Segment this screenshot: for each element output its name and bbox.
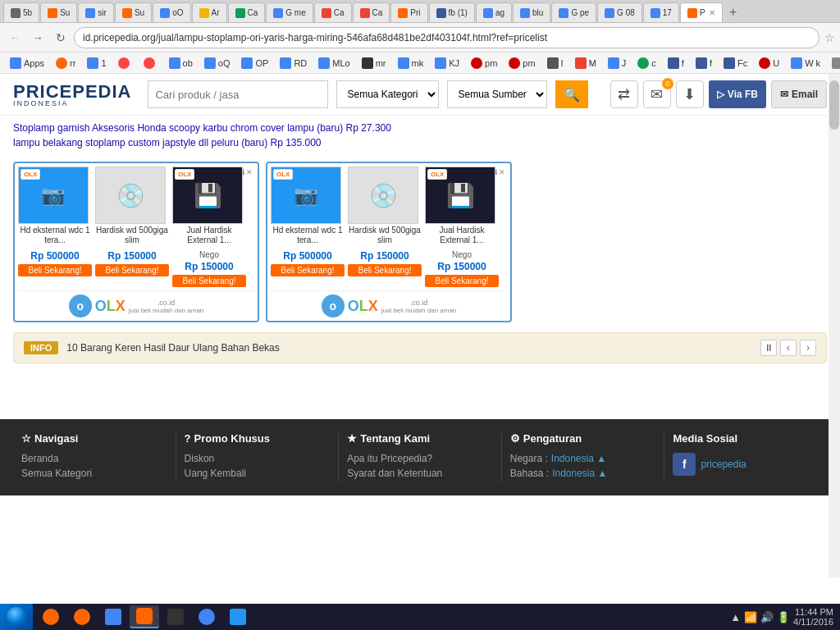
bookmark-op[interactable]: OP [236,56,273,71]
email-button[interactable]: ✉ Email [771,80,827,108]
facebook-page-name[interactable]: pricepedia [701,459,746,470]
source-select[interactable]: Semua Sumber [447,80,547,108]
ad-footer-2: o OLX .co.id jual beli mudah dan aman [271,290,507,317]
bookmark-rr[interactable]: rr [51,56,80,71]
footer-link-apa-itu[interactable]: Apa itu Pricepedia? [347,453,493,464]
bookmark-f2[interactable]: f [691,56,717,71]
buy-btn-2-2[interactable]: Beli Sekarang! [348,264,422,276]
taskbar-item-7[interactable] [223,605,253,628]
taskbar-item-2[interactable] [67,605,97,628]
facebook-icon[interactable]: f [673,453,696,476]
tab-17[interactable]: 17 [643,2,679,22]
tab-ag[interactable]: ag [476,2,512,22]
info-prev-button[interactable]: ‹ [780,340,797,356]
bookmark-1[interactable]: 1 [82,56,111,71]
buy-btn-2-3[interactable]: Beli Sekarang! [425,275,499,287]
bookmark-j[interactable]: J [603,56,632,71]
bookmark-apps[interactable]: Apps [5,56,49,71]
search-input[interactable] [148,80,328,108]
tray-arrow-icon[interactable]: ▲ [730,611,741,623]
tab-ar[interactable]: Ar [192,2,227,22]
bookmark-m[interactable]: M [570,56,601,71]
reload-button[interactable]: ↻ [51,28,71,48]
start-button[interactable] [0,604,33,630]
bookmark-pm1[interactable]: pm [466,56,502,71]
tab-gme[interactable]: G me [266,2,313,22]
tab-blu[interactable]: blu [513,2,550,22]
site-logo[interactable]: PRICEPEDIA INDONESIA [13,81,131,107]
info-next-button[interactable]: › [800,340,816,356]
footer-bahasa-value[interactable]: Indonesia ▲ [552,468,607,479]
bookmark-star-icon[interactable]: ☆ [824,31,835,44]
bookmark-i[interactable]: I [542,56,568,71]
category-select[interactable]: Semua Kategori [336,80,439,108]
volume-icon[interactable]: 🔊 [760,611,774,623]
bookmark-o2[interactable] [139,56,162,71]
tab-ca2[interactable]: Ca [314,2,352,22]
tab-su2[interactable]: Su [115,2,152,22]
taskbar-item-1[interactable] [36,605,66,628]
download-icon-button[interactable]: ⬇ [676,80,704,108]
tab-ca1[interactable]: Ca [228,2,266,22]
back-button[interactable]: ← [5,28,25,48]
listing-item-1[interactable]: Stoplamp garnish Aksesoris Honda scoopy … [13,122,827,134]
tab-5b[interactable]: 5b [3,2,39,22]
info-pause-button[interactable]: ⏸ [760,340,777,356]
bookmark-wk[interactable]: W k [786,56,825,71]
new-tab-button[interactable]: + [724,2,743,22]
bookmark-pm2[interactable]: pm [504,56,540,71]
footer-link-uang-kembali[interactable]: Uang Kembali [185,468,331,479]
taskbar-clock[interactable]: 11:44 PM 4/11/2016 [793,607,833,627]
bookmark-fc[interactable]: Fc [719,56,752,71]
buy-btn-2-1[interactable]: Beli Sekarang! [271,264,345,276]
forward-button[interactable]: → [28,28,48,48]
buy-btn-1-2[interactable]: Beli Sekarang! [95,264,169,276]
buy-btn-1-3[interactable]: Beli Sekarang! [172,275,246,287]
exchange-icon-button[interactable]: ⇄ [610,80,638,108]
via-fb-button[interactable]: ▷ Via FB [709,80,766,108]
footer-link-beranda[interactable]: Beranda [21,453,167,464]
address-bar[interactable] [74,27,819,48]
footer-link-semua-kategori[interactable]: Semua Kategori [21,468,167,479]
ad-banner-1: ℹ ✕ OLX 📷 Hd eksternal wdc 1 tera... Rp … [13,162,259,322]
bookmark-mr[interactable]: mr [357,56,391,71]
tab-pri[interactable]: Pri [390,2,427,22]
bookmark-kj[interactable]: KJ [430,56,464,71]
bookmark-mk[interactable]: mk [393,56,429,71]
network-icon[interactable]: 📶 [744,611,757,623]
power-icon[interactable]: 🔋 [777,611,790,623]
footer-link-syarat[interactable]: Syarat dan Ketentuan [347,468,493,479]
ad-products-1: OLX 📷 Hd eksternal wdc 1 tera... Rp 5000… [18,167,254,287]
footer-negara-value[interactable]: Indonesia ▲ [551,453,606,464]
buy-btn-1-1[interactable]: Beli Sekarang! [18,264,92,276]
ad-close-button-1[interactable]: ✕ [246,168,253,176]
bookmark-ob[interactable]: ob [164,56,198,71]
taskbar-item-4[interactable] [130,605,159,628]
tab-sir[interactable]: sir [78,2,114,22]
bookmark-f1[interactable]: f [663,56,689,71]
tab-ca3[interactable]: Ca [353,2,390,22]
scroll-thumb[interactable] [829,80,839,130]
taskbar-item-6[interactable] [192,605,221,628]
footer-link-diskon[interactable]: Diskon [185,453,331,464]
tab-fb[interactable]: fb (1) [429,2,475,22]
bookmark-o1[interactable] [113,56,137,71]
scrollbar[interactable] [829,74,840,578]
tab-g08[interactable]: G 08 [597,2,642,22]
tab-gpe[interactable]: G pe [551,2,596,22]
taskbar-item-3[interactable] [98,605,128,628]
taskbar-item-5[interactable] [161,605,190,628]
tab-su1[interactable]: Su [40,2,77,22]
ad-close-button-2[interactable]: ✕ [499,168,505,176]
bookmark-oq[interactable]: oQ [199,56,235,71]
bookmark-u[interactable]: U [754,56,784,71]
bookmark-mlo[interactable]: MLo [313,56,354,71]
message-icon-button[interactable]: ✉ 0 [643,80,671,108]
tab-oo[interactable]: oO [153,2,190,22]
listing-item-2[interactable]: lampu belakang stoplamp custom japstyle … [13,137,827,148]
tab-p[interactable]: P ✕ [680,2,723,22]
bookmark-3[interactable]: 3 [827,56,840,71]
bookmark-c[interactable]: c [632,56,661,71]
bookmark-rd[interactable]: RD [275,56,312,71]
search-button[interactable]: 🔍 [555,80,588,108]
